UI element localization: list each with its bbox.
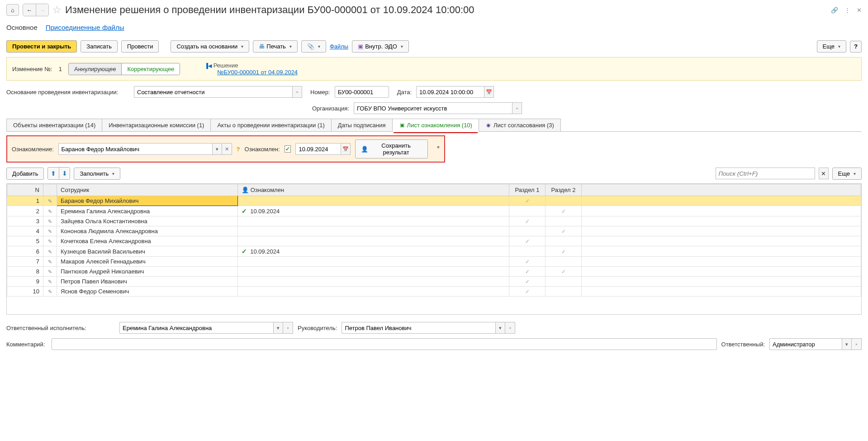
help-button[interactable]: ?: [850, 41, 862, 53]
internal-edo-button[interactable]: ▣ Внутр. ЭДО: [352, 40, 409, 53]
date-input[interactable]: 📅: [416, 86, 494, 98]
more-button[interactable]: Еще: [817, 40, 846, 53]
table-more-button[interactable]: Еще: [832, 168, 862, 180]
pencil-icon[interactable]: ✎: [48, 289, 52, 294]
create-based-button[interactable]: Создать на основании: [171, 40, 249, 53]
edit-cell[interactable]: ✎: [43, 236, 57, 246]
chevron-down-icon[interactable]: ▾: [212, 143, 222, 155]
table-row[interactable]: 2✎Еремина Галина Александровна✓ 10.09.20…: [7, 206, 861, 216]
table-row[interactable]: 8✎Пантюхов Андрей Николаевич✓✓: [7, 267, 861, 277]
pencil-icon[interactable]: ✎: [48, 259, 52, 264]
close-icon[interactable]: ✕: [857, 7, 862, 14]
more-icon[interactable]: ⋮: [844, 7, 850, 14]
ack-person-field[interactable]: [58, 143, 212, 155]
calendar-icon[interactable]: 📅: [341, 143, 351, 155]
basis-field[interactable]: [134, 86, 292, 98]
move-up-button[interactable]: ⬆: [48, 168, 59, 179]
edit-cell[interactable]: ✎: [43, 277, 57, 287]
pencil-icon[interactable]: ✎: [48, 269, 52, 274]
pencil-icon[interactable]: ✎: [48, 279, 52, 284]
edit-cell[interactable]: ✎: [43, 196, 57, 206]
pencil-icon[interactable]: ✎: [48, 229, 52, 234]
pencil-icon[interactable]: ✎: [48, 249, 52, 254]
favorite-icon[interactable]: ☆: [52, 4, 62, 16]
col-acknowledged[interactable]: 👤 Ознакомлен: [238, 184, 509, 196]
org-input[interactable]: ▫: [354, 102, 522, 114]
edit-cell[interactable]: ✎: [43, 246, 57, 257]
change-type-toggle[interactable]: Аннулирующее Корректирующее: [68, 63, 180, 75]
edit-cell[interactable]: ✎: [43, 226, 57, 236]
chevron-down-icon[interactable]: ▾: [495, 322, 505, 334]
basis-input[interactable]: ▫: [134, 86, 302, 98]
owner-input[interactable]: ▾ ▫: [769, 338, 862, 350]
table-row[interactable]: 9✎Петров Павел Иванович✓: [7, 277, 861, 287]
responsible-input[interactable]: ▾ ▫: [119, 322, 293, 334]
hint-icon[interactable]: ?: [237, 146, 240, 153]
save-result-button[interactable]: 👤 Сохранить результат: [355, 139, 427, 158]
col-n[interactable]: N: [7, 184, 43, 196]
post-close-button[interactable]: Провести и закрыть: [6, 40, 77, 53]
open-icon[interactable]: ▫: [512, 102, 522, 114]
tab-acts[interactable]: Акты о проведении инвентаризации (1): [210, 119, 331, 131]
col-employee[interactable]: Сотрудник: [57, 184, 238, 196]
ack-person-input[interactable]: ▾ ✕: [58, 143, 232, 155]
fill-button[interactable]: Заполнить: [74, 168, 120, 180]
edit-cell[interactable]: ✎: [43, 216, 57, 226]
open-icon[interactable]: ▫: [283, 322, 293, 334]
forward-button[interactable]: →: [36, 4, 48, 16]
calendar-icon[interactable]: 📅: [484, 86, 494, 98]
attach-button[interactable]: 📎: [301, 40, 326, 53]
tab-acknowledgement[interactable]: ▣ Лист ознакомления (10): [392, 119, 479, 131]
table-row[interactable]: 6✎Кузнецов Василий Васильевич✓ 10.09.202…: [7, 246, 861, 257]
save-button[interactable]: Записать: [81, 40, 118, 53]
table-row[interactable]: 7✎Макаров Алексей Геннадьевич✓: [7, 257, 861, 267]
date-field[interactable]: [416, 86, 484, 98]
clear-search-button[interactable]: ✕: [819, 168, 829, 179]
toggle-annul[interactable]: Аннулирующее: [69, 63, 122, 75]
files-link[interactable]: Файлы: [330, 43, 348, 50]
chevron-down-icon[interactable]: ▾: [273, 322, 283, 334]
link-icon[interactable]: 🔗: [831, 7, 838, 14]
col-section1[interactable]: Раздел 1: [509, 184, 545, 196]
edit-cell[interactable]: ✎: [43, 267, 57, 277]
owner-field[interactable]: [769, 338, 842, 350]
head-field[interactable]: [342, 322, 495, 334]
org-field[interactable]: [354, 102, 512, 114]
toggle-correct[interactable]: Корректирующее: [122, 63, 180, 75]
table-row[interactable]: 4✎Кононова Людмила Александровна✓: [7, 226, 861, 236]
section-tab-main[interactable]: Основное: [6, 22, 38, 33]
home-button[interactable]: ⌂: [6, 4, 19, 16]
pencil-icon[interactable]: ✎: [48, 209, 52, 214]
post-button[interactable]: Провести: [121, 40, 159, 53]
head-input[interactable]: ▾ ▫: [342, 322, 515, 334]
tab-objects[interactable]: Объекты инвентаризации (14): [6, 119, 102, 131]
comment-field[interactable]: [52, 338, 717, 350]
move-down-button[interactable]: ⬇: [59, 168, 70, 179]
search-input[interactable]: [716, 168, 815, 179]
clear-icon[interactable]: ✕: [222, 143, 232, 155]
col-section2[interactable]: Раздел 2: [545, 184, 582, 196]
num-field[interactable]: [335, 86, 389, 98]
chevron-down-icon[interactable]: ▾: [842, 338, 852, 350]
edit-cell[interactable]: ✎: [43, 257, 57, 267]
edit-cell[interactable]: ✎: [43, 206, 57, 216]
pencil-icon[interactable]: ✎: [48, 239, 52, 244]
back-button[interactable]: ←: [23, 4, 36, 16]
acknowledged-checkbox[interactable]: ✓: [285, 145, 291, 153]
print-button[interactable]: 🖶 Печать: [253, 40, 298, 53]
tab-commissions[interactable]: Инвентаризационные комиссии (1): [102, 119, 211, 131]
table-row[interactable]: 3✎Зайцева Ольга Константиновна✓: [7, 216, 861, 226]
edit-cell[interactable]: ✎: [43, 287, 57, 297]
add-row-button[interactable]: Добавить: [6, 168, 44, 180]
table-row[interactable]: 1✎Баранов Федор Михайлович✓: [7, 196, 861, 206]
pencil-icon[interactable]: ✎: [48, 198, 52, 204]
table-row[interactable]: 10✎Яснов Федор Семенович✓: [7, 287, 861, 297]
table-row[interactable]: 5✎Кочеткова Елена Александровна✓: [7, 236, 861, 246]
open-icon[interactable]: ▫: [505, 322, 515, 334]
ack-date-field[interactable]: [295, 143, 341, 155]
responsible-field[interactable]: [119, 322, 273, 334]
decision-link[interactable]: №БУ00-000001 от 04.09.2024: [217, 69, 298, 76]
tab-approval[interactable]: ◉ Лист согласования (3): [479, 119, 561, 131]
open-icon[interactable]: ▫: [292, 86, 302, 98]
pencil-icon[interactable]: ✎: [48, 219, 52, 224]
